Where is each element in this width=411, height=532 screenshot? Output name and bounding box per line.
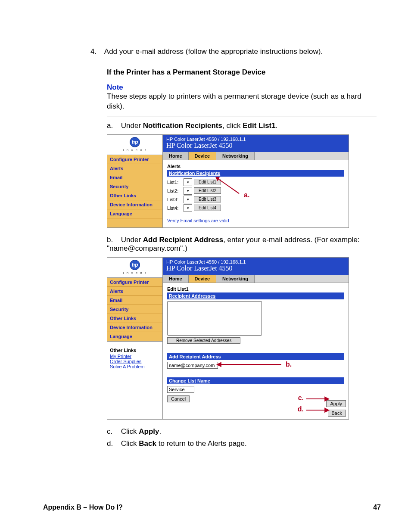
printer-ui-editlist: hp i n v e n t Configure Printer Alerts …	[107, 257, 349, 420]
callout-c: c.	[298, 394, 304, 402]
sidebar-item-security[interactable]: Security	[107, 182, 162, 191]
verify-email-link[interactable]: Verify Email settings are valid	[167, 218, 229, 223]
printer-header-2: HP Color LaserJet 4550 / 192.168.1.1 HP …	[163, 258, 349, 275]
remove-selected-button[interactable]: Remove Selected Addresses	[167, 337, 240, 344]
link-order-supplies[interactable]: Order Supplies	[107, 359, 162, 364]
logo-box-2: hp i n v e n t	[107, 258, 162, 278]
list2-label: List2:	[167, 188, 182, 193]
printer-left-panel-2: hp i n v e n t Configure Printer Alerts …	[107, 258, 163, 419]
footer-right: 47	[373, 504, 381, 511]
step-4-number: 4.	[90, 47, 103, 56]
step-c-bold1: Apply	[139, 427, 159, 436]
list1-row: List1: ▾ Edit List1	[167, 178, 344, 186]
edit-list3-button[interactable]: Edit List3	[194, 196, 221, 202]
step-a: a. Under Notification Recipients, click …	[107, 121, 377, 130]
sidebar-item-alerts[interactable]: Alerts	[107, 164, 162, 173]
sidebar-item-other-links[interactable]: Other Links	[107, 191, 162, 200]
step-4: 4. Add your e-mail address (follow the a…	[90, 47, 381, 56]
sidebar-item-security-2[interactable]: Security	[107, 305, 162, 314]
sidebar-item-email-2[interactable]: Email	[107, 296, 162, 305]
step-c-pre: Click	[121, 427, 139, 436]
printer-title-2: HP Color LaserJet 4550	[166, 264, 345, 272]
printer-body-editlist: Edit List1 Recipient Addresses Remove Se…	[163, 283, 349, 419]
list4-dropdown[interactable]: ▾	[184, 204, 192, 212]
printer-tabs: Home Device Networking	[163, 152, 349, 160]
list1-dropdown[interactable]: ▾	[184, 178, 192, 186]
sidebar-item-configure[interactable]: Configure Printer	[107, 155, 162, 164]
remove-row: Remove Selected Addresses	[167, 337, 344, 344]
callout-a-arrow-icon: ▾	[215, 174, 220, 183]
tab-home-2[interactable]: Home	[163, 275, 189, 283]
notification-recipients-bar: Notification Recipients	[167, 170, 344, 177]
callout-c-arrow-icon: ►	[323, 394, 331, 403]
list3-row: List3: ▾ Edit List3	[167, 196, 344, 203]
callout-b-arrow-icon: ◄	[215, 360, 223, 368]
printer-tabs-2: Home Device Networking	[163, 275, 349, 283]
list2-dropdown[interactable]: ▾	[184, 187, 192, 195]
link-solve-problem[interactable]: Solve A Problem	[107, 364, 162, 369]
list3-dropdown[interactable]: ▾	[184, 196, 192, 203]
note-body: These steps apply to printers with a per…	[107, 92, 377, 112]
tab-device-2[interactable]: Device	[189, 275, 216, 283]
sidebar-item-alerts-2[interactable]: Alerts	[107, 287, 162, 296]
recipient-addresses-listbox[interactable]	[167, 301, 262, 336]
sidebar-item-device-info[interactable]: Device Information	[107, 200, 162, 209]
step-d-letter: d.	[107, 439, 119, 448]
list4-row: List4: ▾ Edit List4	[167, 204, 344, 212]
note-rule-top	[107, 82, 377, 82]
sidebar-item-language-2[interactable]: Language	[107, 332, 162, 341]
step-b: b. Under Add Recipient Address, enter yo…	[107, 236, 377, 253]
cancel-button[interactable]: Cancel	[167, 395, 190, 402]
section-permanent-storage: If the Printer has a Permanent Storage D…	[107, 68, 377, 448]
sidebar-item-email[interactable]: Email	[107, 173, 162, 182]
printer-body-alerts: Alerts Notification Recipients List1: ▾ …	[163, 160, 349, 227]
note-rule-bottom	[107, 116, 377, 116]
list2-row: List2: ▾ Edit List2	[167, 187, 344, 195]
hp-invent-text-2: i n v e n t	[123, 271, 146, 275]
step-a-letter: a.	[107, 121, 119, 130]
callout-d-arrow-icon: ►	[323, 405, 331, 414]
printer-title: HP Color LaserJet 4550	[166, 142, 345, 149]
sidebar-item-language[interactable]: Language	[107, 209, 162, 218]
callout-b: b.	[286, 361, 292, 368]
tab-networking[interactable]: Networking	[216, 152, 255, 160]
footer-left: Appendix B – How Do I?	[43, 504, 123, 511]
add-recipient-bar: Add Recipient Address	[167, 353, 344, 360]
alerts-title: Alerts	[167, 164, 344, 169]
step-b-bold1: Add Recipient Address	[143, 236, 223, 244]
step-d-bold1: Back	[139, 439, 156, 448]
page-footer: Appendix B – How Do I? 47	[43, 504, 381, 511]
logo-box: hp i n v e n t	[107, 135, 162, 155]
page: 4. Add your e-mail address (follow the a…	[0, 0, 411, 532]
step-b-letter: b.	[107, 236, 119, 244]
printer-breadcrumb: HP Color LaserJet 4550 / 192.168.1.1	[166, 137, 345, 142]
tab-home[interactable]: Home	[163, 152, 189, 160]
add-recipient-input[interactable]	[167, 362, 218, 369]
list1-label: List1:	[167, 180, 182, 185]
step-d-post: to return to the Alerts page.	[156, 439, 247, 448]
recipient-addresses-bar: Recipient Addresses	[167, 292, 344, 299]
step-a-bold2: Edit List1	[243, 121, 276, 130]
change-list-name-bar: Change List Name	[167, 377, 344, 384]
callout-a: a.	[244, 191, 249, 199]
step-c: c. Click Apply.	[107, 427, 377, 436]
link-my-printer[interactable]: My Printer	[107, 354, 162, 359]
tab-networking-2[interactable]: Networking	[216, 275, 255, 283]
callout-d: d.	[298, 405, 304, 413]
step-d-pre: Click	[121, 439, 139, 448]
sidebar-item-device-info-2[interactable]: Device Information	[107, 323, 162, 332]
list3-label: List3:	[167, 197, 182, 202]
step-b-pre: Under	[121, 236, 143, 244]
step-a-bold1: Notification Recipients	[143, 121, 222, 130]
callout-b-line	[219, 364, 281, 365]
other-links-area: Other Links My Printer Order Supplies So…	[107, 341, 162, 419]
edit-list4-button[interactable]: Edit List4	[194, 205, 221, 211]
list-name-input[interactable]	[167, 386, 194, 393]
sidebar-item-other-links-2[interactable]: Other Links	[107, 314, 162, 323]
printer-header: HP Color LaserJet 4550 / 192.168.1.1 HP …	[163, 135, 349, 152]
sidebar-item-configure-2[interactable]: Configure Printer	[107, 278, 162, 287]
printer-ui-alerts: hp i n v e n t Configure Printer Alerts …	[107, 134, 349, 228]
edit-list2-button[interactable]: Edit List2	[194, 187, 221, 194]
tab-device[interactable]: Device	[189, 152, 216, 160]
printer-left-panel: hp i n v e n t Configure Printer Alerts …	[107, 135, 163, 227]
